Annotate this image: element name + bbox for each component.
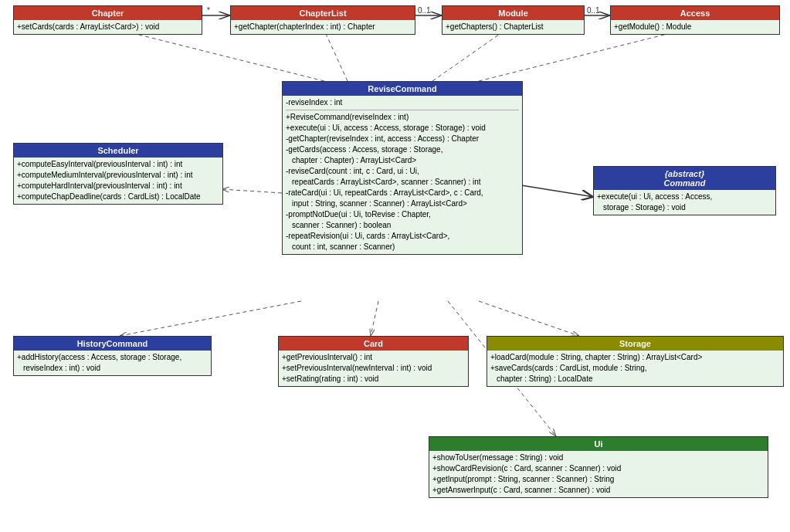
card-class: Card +getPreviousInterval() : int +setPr… bbox=[278, 336, 469, 387]
revisecommand-field-1: -reviseIndex : int bbox=[286, 97, 519, 108]
revisecommand-class: ReviseCommand -reviseIndex : int +Revise… bbox=[282, 81, 523, 255]
scheduler-method-3: +computeHardInterval(previousInterval : … bbox=[17, 181, 219, 191]
historycommand-class: HistoryCommand +addHistory(access : Acce… bbox=[13, 336, 212, 376]
historycommand-method-1: +addHistory(access : Access, storage : S… bbox=[17, 352, 208, 363]
scheduler-method-4: +computeChapDeadline(cards : CardList) :… bbox=[17, 191, 219, 202]
access-method-1: +getModule() : Module bbox=[614, 22, 776, 32]
abstractcommand-method-1: +execute(ui : Ui, access : Access, bbox=[597, 191, 772, 202]
storage-method-2: +saveCards(cards : CardList, module : St… bbox=[490, 363, 780, 374]
svg-line-15 bbox=[371, 301, 378, 336]
module-body: +getChapters() : ChapterList bbox=[442, 20, 584, 34]
svg-text:0..1: 0..1 bbox=[418, 6, 431, 15]
revisecommand-method-8: -repeatRevision(ui : Ui, cards : ArrayLi… bbox=[286, 231, 519, 242]
scheduler-class: Scheduler +computeEasyInterval(previousI… bbox=[13, 143, 223, 205]
revisecommand-method-6: -rateCard(ui : Ui, repeatCards : ArrayLi… bbox=[286, 188, 519, 198]
revisecommand-method-6b: input : String, scanner : Scanner) : Arr… bbox=[286, 198, 519, 209]
svg-text:0..1: 0..1 bbox=[587, 6, 600, 15]
abstractcommand-class: {abstract}Command +execute(ui : Ui, acce… bbox=[593, 166, 776, 215]
chapter-class: Chapter +setCards(cards : ArrayList<Card… bbox=[13, 5, 202, 35]
chapter-body: +setCards(cards : ArrayList<Card>) : voi… bbox=[14, 20, 202, 34]
storage-method-2b: chapter : String) : LocalDate bbox=[490, 374, 780, 385]
chapter-method-1: +setCards(cards : ArrayList<Card>) : voi… bbox=[17, 22, 198, 32]
chapterlist-header: ChapterList bbox=[231, 6, 415, 20]
chapterlist-method-1: +getChapter(chapterIndex : int) : Chapte… bbox=[234, 22, 412, 32]
svg-line-12 bbox=[222, 189, 282, 193]
abstractcommand-body: +execute(ui : Ui, access : Access, stora… bbox=[594, 190, 775, 215]
storage-method-1: +loadCard(module : String, chapter : Str… bbox=[490, 352, 780, 363]
abstractcommand-method-1b: storage : Storage) : void bbox=[597, 202, 772, 213]
revisecommand-method-7: -promptNotDue(ui : Ui, toRevise : Chapte… bbox=[286, 209, 519, 220]
storage-header: Storage bbox=[487, 337, 783, 351]
revisecommand-method-8b: count : int, scanner : Scanner) bbox=[286, 242, 519, 252]
historycommand-body: +addHistory(access : Access, storage : S… bbox=[14, 351, 211, 375]
ui-header: Ui bbox=[429, 437, 768, 451]
ui-method-4: +getAnswerInput(c : Card, scanner : Scan… bbox=[432, 485, 765, 496]
revisecommand-method-5: -reviseCard(count : int, c : Card, ui : … bbox=[286, 166, 519, 177]
access-header: Access bbox=[611, 6, 779, 20]
ui-method-1: +showToUser(message : String) : void bbox=[432, 452, 765, 463]
revisecommand-method-4: -getCards(access : Access, storage : Sto… bbox=[286, 144, 519, 155]
svg-line-11 bbox=[479, 27, 695, 81]
card-method-1: +getPreviousInterval() : int bbox=[282, 352, 465, 363]
diagram-container: * 0..1 0..1 Chapter +setCards(cards bbox=[0, 0, 790, 532]
ui-body: +showToUser(message : String) : void +sh… bbox=[429, 451, 768, 497]
abstractcommand-header: {abstract}Command bbox=[594, 167, 775, 190]
revisecommand-method-1: +ReviseCommand(reviseIndex : int) bbox=[286, 112, 519, 123]
card-method-2: +setPreviousInterval(newInterval : int) … bbox=[282, 363, 465, 374]
scheduler-method-2: +computeMediumInterval(previousInterval … bbox=[17, 170, 219, 181]
revisecommand-header: ReviseCommand bbox=[283, 82, 522, 96]
svg-text:*: * bbox=[207, 6, 210, 15]
module-method-1: +getChapters() : ChapterList bbox=[446, 22, 581, 32]
revisecommand-method-2: +execute(ui : Ui, access : Access, stora… bbox=[286, 123, 519, 134]
ui-class: Ui +showToUser(message : String) : void … bbox=[429, 436, 768, 498]
svg-line-14 bbox=[120, 301, 301, 336]
revisecommand-method-3: -getChapter(reviseIndex : int, access : … bbox=[286, 134, 519, 144]
access-class: Access +getModule() : Module bbox=[610, 5, 780, 35]
svg-line-10 bbox=[432, 27, 510, 81]
svg-line-13 bbox=[521, 185, 593, 197]
storage-class: Storage +loadCard(module : String, chapt… bbox=[487, 336, 784, 387]
revisecommand-method-4b: chapter : Chapter) : ArrayList<Card> bbox=[286, 155, 519, 166]
chapterlist-class: ChapterList +getChapter(chapterIndex : i… bbox=[230, 5, 415, 35]
scheduler-method-1: +computeEasyInterval(previousInterval : … bbox=[17, 159, 219, 170]
revisecommand-method-5b: repeatCards : ArrayList<Card>, scanner :… bbox=[286, 177, 519, 188]
scheduler-header: Scheduler bbox=[14, 144, 222, 158]
revisecommand-method-7b: scanner : Scanner) : boolean bbox=[286, 220, 519, 231]
ui-method-2: +showCardRevision(c : Card, scanner : Sc… bbox=[432, 463, 765, 474]
storage-body: +loadCard(module : String, chapter : Str… bbox=[487, 351, 783, 386]
module-header: Module bbox=[442, 6, 584, 20]
module-class: Module +getChapters() : ChapterList bbox=[442, 5, 585, 35]
svg-line-9 bbox=[323, 27, 348, 81]
historycommand-method-1b: reviseIndex : int) : void bbox=[17, 363, 208, 374]
chapter-header: Chapter bbox=[14, 6, 202, 20]
card-header: Card bbox=[279, 337, 468, 351]
chapterlist-body: +getChapter(chapterIndex : int) : Chapte… bbox=[231, 20, 415, 34]
scheduler-body: +computeEasyInterval(previousInterval : … bbox=[14, 158, 222, 204]
card-method-3: +setRating(rating : int) : void bbox=[282, 374, 465, 385]
historycommand-header: HistoryCommand bbox=[14, 337, 211, 351]
revisecommand-body: -reviseIndex : int +ReviseCommand(revise… bbox=[283, 96, 522, 254]
access-body: +getModule() : Module bbox=[611, 20, 779, 34]
ui-method-3: +getInput(prompt : String, scanner : Sca… bbox=[432, 474, 765, 485]
svg-line-8 bbox=[108, 27, 324, 81]
card-body: +getPreviousInterval() : int +setPreviou… bbox=[279, 351, 468, 386]
svg-line-16 bbox=[479, 301, 579, 336]
